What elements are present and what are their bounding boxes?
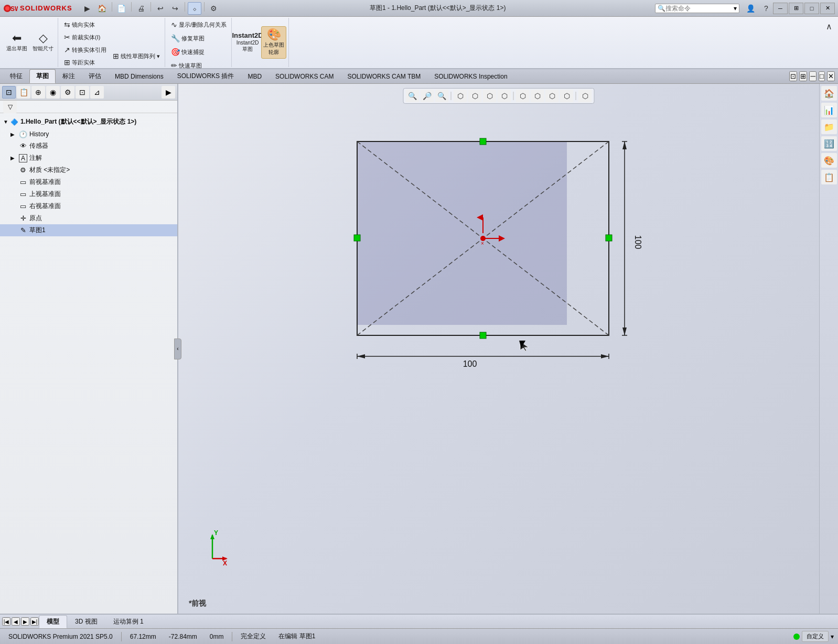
- next-tab-btn[interactable]: ▶: [21, 617, 29, 626]
- tab-evaluate[interactable]: 评估: [82, 69, 108, 83]
- appearance-vp-btn[interactable]: ⬡: [560, 90, 574, 102]
- rs-folder-btn[interactable]: 📁: [821, 119, 837, 134]
- close-btn[interactable]: ✕: [820, 3, 835, 14]
- first-tab-btn[interactable]: |◀: [2, 617, 10, 626]
- pan-btn[interactable]: ⬡: [454, 90, 467, 102]
- view3d-btn[interactable]: ⬡: [483, 90, 497, 102]
- svg-text:SW: SW: [10, 5, 18, 13]
- search-dropdown-icon[interactable]: ▾: [734, 5, 737, 12]
- options-btn[interactable]: ⚙: [207, 2, 221, 15]
- view-front-btn[interactable]: ⬡: [498, 90, 511, 102]
- ribbon-collapse-btn[interactable]: ∧: [822, 20, 836, 32]
- feature-tree-btn[interactable]: ⊡: [2, 86, 16, 99]
- tab-feature[interactable]: 特征: [3, 69, 29, 83]
- tab-sketch[interactable]: 草图: [29, 69, 56, 83]
- search-box[interactable]: 🔍 ▾: [655, 4, 739, 13]
- undo-btn[interactable]: ↩: [154, 2, 167, 15]
- zoom-to-fit-btn[interactable]: 🔍: [406, 90, 420, 102]
- rs-doc-btn[interactable]: 📋: [821, 170, 837, 184]
- tree-root[interactable]: ▼ 🔷 1.Hello_Part (默认<<默认>_显示状态 1>): [0, 115, 177, 128]
- user-btn[interactable]: 👤: [744, 2, 757, 15]
- save-btn[interactable]: 📄: [115, 2, 128, 15]
- trim-btn[interactable]: ✂ 前裁实体(I): [61, 31, 109, 43]
- instant2d-btn[interactable]: Instant2D Instant2D草图: [235, 26, 260, 59]
- offset-btn[interactable]: ⊞ 等距实体: [61, 57, 109, 68]
- filter-btn[interactable]: ▽: [3, 101, 17, 113]
- restore-panel-btn[interactable]: ⊡: [789, 71, 797, 81]
- appearance-btn[interactable]: ⚙: [61, 86, 74, 99]
- collapse-handle[interactable]: ‹: [174, 339, 181, 359]
- tree-item-material[interactable]: ⚙ 材质 <未指定>: [0, 164, 177, 176]
- forward-btn[interactable]: ▶: [162, 86, 175, 99]
- tab-mbd-dim[interactable]: MBD Dimensions: [108, 70, 170, 83]
- convert-btn[interactable]: ↗ 转换实体引用: [61, 44, 109, 56]
- svg-text:Y: Y: [214, 530, 218, 537]
- quick-snap-btn[interactable]: 🎯 快速捕捉: [168, 46, 229, 58]
- float-panel-btn[interactable]: ⊞: [799, 71, 807, 81]
- rs-table-btn[interactable]: 📊: [821, 103, 837, 117]
- last-tab-btn[interactable]: ▶|: [30, 617, 39, 626]
- render-mode-btn[interactable]: ⬡: [531, 90, 544, 102]
- prev-tab-btn[interactable]: ◀: [12, 617, 20, 626]
- custom-btn[interactable]: ⊡: [76, 86, 89, 99]
- help-btn[interactable]: ?: [759, 2, 773, 15]
- maximize-btn[interactable]: □: [804, 3, 819, 14]
- tree-item-top-plane[interactable]: ▭ 上视基准面: [0, 188, 177, 200]
- history-expand-icon[interactable]: ▶: [10, 132, 17, 137]
- tree-item-annotations[interactable]: ▶ A 注解: [0, 152, 177, 164]
- zoom-btn[interactable]: 🔎: [421, 90, 434, 102]
- section-btn[interactable]: ⬡: [516, 90, 530, 102]
- root-expand[interactable]: ▼: [3, 119, 8, 125]
- select-btn[interactable]: ⬦: [188, 2, 201, 15]
- tree-item-front-plane[interactable]: ▭ 前视基准面: [0, 176, 177, 188]
- print-btn[interactable]: 🖨: [134, 2, 148, 15]
- rs-home-btn[interactable]: 🏠: [821, 86, 837, 101]
- zoom-out-btn[interactable]: 🔍: [435, 90, 449, 102]
- minimize-btn[interactable]: ─: [773, 3, 788, 14]
- config-btn[interactable]: ⊕: [31, 86, 45, 99]
- smart-dim-btn[interactable]: ◇ 智能尺寸: [30, 26, 56, 59]
- tab-mbd[interactable]: MBD: [241, 70, 268, 83]
- bottom-tab-model[interactable]: 模型: [39, 615, 67, 628]
- viewport[interactable]: 🔍 🔎 🔍 ⬡ ⬡ ⬡ ⬡ ⬡ ⬡ ⬡ ⬡ ⬡: [178, 84, 819, 614]
- app-logo: SW SOLIDWORKS: [3, 3, 72, 14]
- array-icon: ⊞: [113, 52, 119, 60]
- min-panel-btn[interactable]: ─: [809, 71, 816, 81]
- redo-btn[interactable]: ↪: [168, 2, 182, 15]
- tile-btn[interactable]: ⊞: [789, 3, 803, 14]
- display-btn[interactable]: ◉: [46, 86, 60, 99]
- quick-sketch-btn[interactable]: ✏ 快速草图: [168, 60, 229, 69]
- open-btn[interactable]: 🏠: [95, 2, 109, 15]
- mirror-btn[interactable]: ⇆ 镜向实体: [61, 19, 109, 30]
- tab-sw-inspection[interactable]: SOLIDWORKS Inspection: [427, 70, 514, 83]
- bottom-tab-motion[interactable]: 运动算例 1: [105, 615, 152, 628]
- color-sketch-btn[interactable]: 🎨 上色草图轮廓: [261, 26, 286, 59]
- mbd-btn[interactable]: ⊿: [90, 86, 104, 99]
- tree-item-history[interactable]: ▶ 🕐 History: [0, 128, 177, 140]
- rs-color-btn[interactable]: 🎨: [821, 153, 837, 168]
- tab-cam[interactable]: SOLIDWORKS CAM: [268, 70, 340, 83]
- rs-data-btn[interactable]: 🔢: [821, 136, 837, 151]
- repair-sketch-btn[interactable]: 🔧 修复草图: [168, 32, 229, 44]
- tab-cam-tbm[interactable]: SOLIDWORKS CAM TBM: [340, 70, 427, 83]
- linear-array-btn[interactable]: ⊞ 线性草图阵列▾: [110, 50, 163, 62]
- bottom-tab-3dview[interactable]: 3D 视图: [67, 615, 105, 628]
- new-btn[interactable]: ▶: [81, 2, 94, 15]
- tree-item-right-plane[interactable]: ▭ 右视基准面: [0, 200, 177, 212]
- close-panel-btn[interactable]: ✕: [827, 71, 835, 81]
- rotate-btn[interactable]: ⬡: [468, 90, 482, 102]
- exit-sketch-btn[interactable]: ⬅ 退出草图: [4, 26, 29, 59]
- max-panel-btn[interactable]: □: [819, 71, 825, 81]
- tree-item-sensors[interactable]: 👁 传感器: [0, 140, 177, 152]
- tab-annotation[interactable]: 标注: [56, 69, 82, 83]
- view-settings-btn[interactable]: ⬡: [578, 90, 592, 102]
- search-input[interactable]: [665, 5, 734, 12]
- customize-btn[interactable]: 自定义: [802, 631, 829, 642]
- show-relations-btn[interactable]: ∿ 显示/删除几何关系: [168, 19, 229, 30]
- tree-item-origin[interactable]: ✛ 原点: [0, 212, 177, 224]
- tab-sw-plugins[interactable]: SOLIDWORKS 插件: [170, 69, 241, 83]
- property-btn[interactable]: 📋: [17, 86, 30, 99]
- display-mode-btn[interactable]: ⬡: [545, 90, 559, 102]
- tree-item-sketch1[interactable]: ✎ 草图1: [0, 224, 177, 236]
- annotations-expand-icon[interactable]: ▶: [10, 155, 17, 161]
